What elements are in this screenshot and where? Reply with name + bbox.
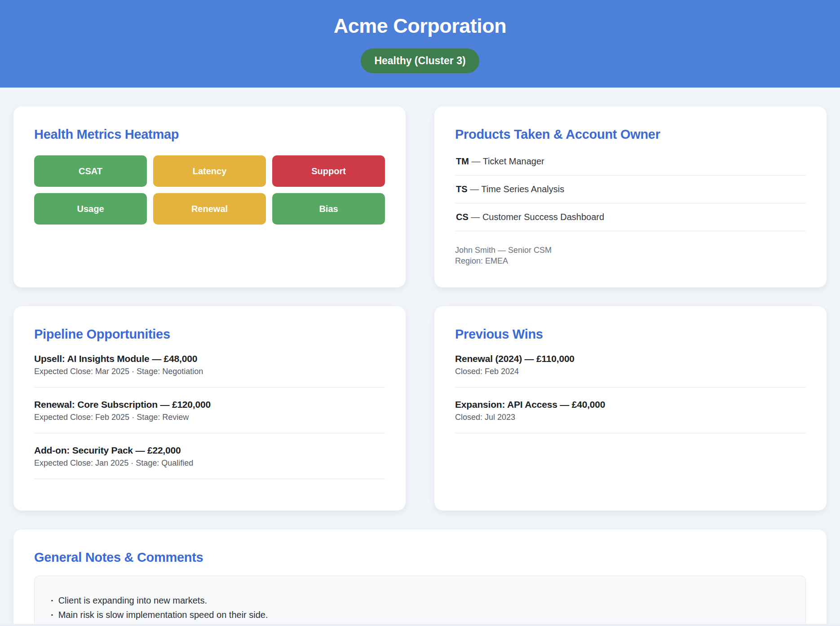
account-owner-block: John Smith — Senior CSM Region: EMEA	[455, 245, 806, 267]
product-list-item: TM — Ticket Manager	[455, 153, 806, 176]
product-list-item: TS — Time Series Analysis	[455, 176, 806, 203]
pipeline-item-title: Add-on: Security Pack — £22,000	[34, 445, 385, 456]
pipeline-item: Renewal: Core Subscription — £120,000 Ex…	[34, 398, 385, 433]
pipeline-item-meta: Expected Close: Feb 2025 · Stage: Review	[34, 413, 385, 422]
heatmap-tile-label: Usage	[77, 204, 104, 214]
product-code: CS	[456, 212, 469, 222]
note-line: · Client is expanding into new markets.	[48, 593, 792, 608]
bullet-dot: ·	[51, 608, 54, 622]
account-owner-region: Region: EMEA	[455, 256, 806, 266]
account-owner-name: John Smith — Senior CSM	[455, 245, 806, 256]
product-name: — Customer Success Dashboard	[471, 212, 604, 222]
product-name: — Ticket Manager	[471, 156, 544, 166]
pipeline-title: Pipeline Opportunities	[34, 327, 385, 342]
previous-wins-list: Renewal (2024) — £110,000 Closed: Feb 20…	[455, 353, 806, 433]
product-code: TS	[456, 184, 468, 194]
pipeline-list: Upsell: AI Insights Module — £48,000 Exp…	[34, 353, 385, 479]
pipeline-item-title: Renewal: Core Subscription — £120,000	[34, 399, 385, 410]
win-item: Expansion: API Access — £40,000 Closed: …	[455, 398, 806, 433]
heatmap-tile-label: Support	[311, 166, 346, 176]
heatmap-tile[interactable]: Latency	[153, 155, 266, 187]
general-notes-title: General Notes & Comments	[34, 550, 806, 565]
products-list: TM — Ticket Manager TS — Time Series Ana…	[455, 153, 806, 231]
next-section-edge	[0, 624, 840, 626]
heatmap-tile-label: Latency	[193, 166, 227, 176]
note-text: Main risk is slow implementation speed o…	[58, 608, 268, 622]
win-item: Renewal (2024) — £110,000 Closed: Feb 20…	[455, 353, 806, 388]
heatmap-tiles: CSAT Latency Support Usage Renewal	[34, 155, 385, 225]
products-card: Products Taken & Account Owner TM — Tick…	[434, 106, 827, 287]
pipeline-card: Pipeline Opportunities Upsell: AI Insigh…	[13, 306, 406, 511]
pipeline-item-meta: Expected Close: Jan 2025 · Stage: Qualif…	[34, 458, 385, 468]
company-title: Acme Corporation	[0, 0, 840, 38]
win-item-meta: Closed: Jul 2023	[455, 413, 806, 422]
previous-wins-title: Previous Wins	[455, 327, 806, 342]
health-status-badge: Healthy (Cluster 3)	[361, 48, 479, 73]
heatmap-tile[interactable]: Usage	[34, 193, 147, 225]
health-metrics-card: Health Metrics Heatmap CSAT Latency Supp…	[13, 106, 406, 287]
general-notes-card: General Notes & Comments · Client is exp…	[13, 529, 827, 626]
pipeline-item: Upsell: AI Insights Module — £48,000 Exp…	[34, 353, 385, 388]
bullet-dot: ·	[51, 593, 54, 608]
heatmap-tile[interactable]: CSAT	[34, 155, 147, 187]
health-metrics-title: Health Metrics Heatmap	[34, 127, 385, 142]
win-item-title: Expansion: API Access — £40,000	[455, 399, 806, 410]
previous-wins-card: Previous Wins Renewal (2024) — £110,000 …	[434, 306, 827, 511]
win-item-title: Renewal (2024) — £110,000	[455, 353, 806, 364]
product-list-item: CS — Customer Success Dashboard	[455, 203, 806, 231]
heatmap-tile-label: Bias	[319, 204, 338, 214]
win-item-meta: Closed: Feb 2024	[455, 367, 806, 376]
dashboard-grid: Health Metrics Heatmap CSAT Latency Supp…	[0, 88, 840, 626]
notes-box: · Client is expanding into new markets. …	[34, 576, 806, 626]
pipeline-item-title: Upsell: AI Insights Module — £48,000	[34, 353, 385, 364]
heatmap-tile-label: Renewal	[191, 204, 228, 214]
heatmap-tile[interactable]: Support	[272, 155, 385, 187]
products-title: Products Taken & Account Owner	[455, 127, 806, 142]
heatmap-tile[interactable]: Bias	[272, 193, 385, 225]
note-line: · Main risk is slow implementation speed…	[48, 608, 792, 622]
heatmap-tile[interactable]: Renewal	[153, 193, 266, 225]
heatmap-tile-label: CSAT	[79, 166, 102, 176]
product-name: — Time Series Analysis	[470, 184, 564, 194]
pipeline-item: Add-on: Security Pack — £22,000 Expected…	[34, 444, 385, 479]
pipeline-item-meta: Expected Close: Mar 2025 · Stage: Negoti…	[34, 367, 385, 376]
page-header: Acme Corporation Healthy (Cluster 3)	[0, 0, 840, 88]
product-code: TM	[456, 156, 469, 166]
note-text: Client is expanding into new markets.	[58, 593, 207, 608]
